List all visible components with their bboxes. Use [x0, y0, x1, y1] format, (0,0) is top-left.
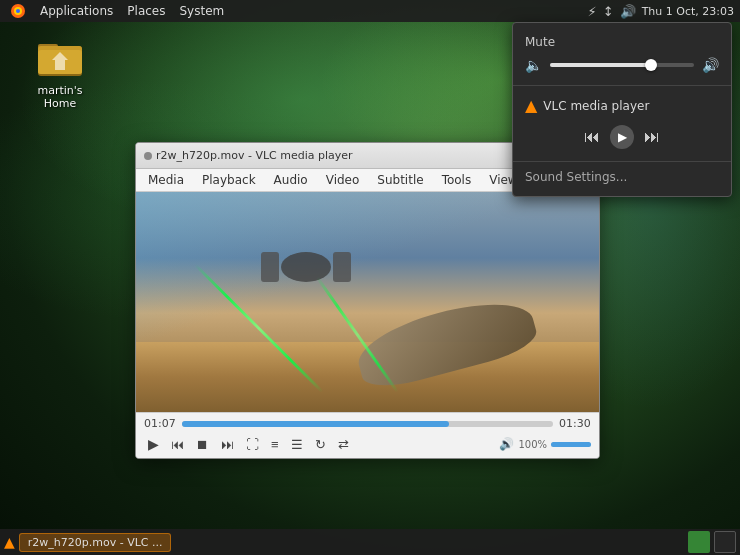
- next-track-button[interactable]: ⏭: [642, 126, 662, 148]
- vlc-window-title: r2w_h720p.mov - VLC media player: [152, 149, 541, 162]
- svg-point-2: [16, 9, 20, 13]
- desktop: Applications Places System ⚡ ↕ 🔊 Thu 1 O…: [0, 0, 740, 555]
- vlc-shuffle-btn[interactable]: ⇄: [334, 435, 353, 454]
- prev-track-button[interactable]: ⏮: [582, 126, 602, 148]
- vlc-volume-icon: 🔊: [499, 437, 514, 451]
- vlc-playlist-btn[interactable]: ☰: [287, 435, 307, 454]
- play-pause-button[interactable]: ▶: [610, 125, 634, 149]
- vlc-menu-media[interactable]: Media: [140, 171, 192, 189]
- progress-row: 01:07 01:30: [144, 417, 591, 430]
- progress-fill: [182, 421, 449, 427]
- volume-row: 🔈 🔊: [513, 53, 731, 81]
- volume-max-icon: 🔊: [702, 57, 719, 73]
- tiefighter-shape: [281, 252, 331, 282]
- controls-row: ▶ ⏮ ⏹ ⏭ ⛶ ≡ ☰ ↻ ⇄ 🔊 100%: [144, 434, 591, 454]
- taskbar-bottom: ▲ r2w_h720p.mov - VLC ...: [0, 529, 740, 555]
- taskbar-app-label: r2w_h720p.mov - VLC ...: [28, 536, 163, 549]
- vlc-menu-audio[interactable]: Audio: [266, 171, 316, 189]
- taskbar-icon-1[interactable]: [688, 531, 710, 553]
- vlc-prev-btn[interactable]: ⏮: [167, 435, 188, 454]
- places-menu[interactable]: Places: [121, 2, 171, 20]
- volume-icon[interactable]: 🔊: [620, 4, 636, 19]
- vlc-app-label: VLC media player: [543, 99, 649, 113]
- vlc-eq-btn[interactable]: ≡: [267, 435, 283, 454]
- current-time: 01:07: [144, 417, 176, 430]
- volume-min-icon: 🔈: [525, 57, 542, 73]
- vlc-vol-fill: [551, 442, 591, 447]
- applications-menu[interactable]: Applications: [34, 2, 119, 20]
- popup-divider-2: [513, 161, 731, 162]
- vlc-stop-btn[interactable]: ⏹: [192, 435, 213, 454]
- vlc-menu-tools[interactable]: Tools: [434, 171, 480, 189]
- network-icon[interactable]: ↕: [603, 4, 614, 19]
- taskbar-firefox-icon[interactable]: [4, 1, 32, 21]
- bluetooth-icon[interactable]: ⚡: [588, 4, 597, 19]
- vlc-play-btn[interactable]: ▶: [144, 434, 163, 454]
- vlc-volume-bar[interactable]: [551, 442, 591, 447]
- vlc-window-dot: [144, 152, 152, 160]
- mute-label: Mute: [525, 35, 555, 49]
- vlc-volume-pct: 100%: [518, 439, 547, 450]
- vlc-menu-video[interactable]: Video: [318, 171, 368, 189]
- vlc-row: ▲ VLC media player: [513, 90, 731, 121]
- vlc-next-btn[interactable]: ⏭: [217, 435, 238, 454]
- datetime-label: Thu 1 Oct, 23:03: [642, 5, 734, 18]
- volume-fill: [550, 63, 651, 67]
- folder-icon: [36, 32, 84, 80]
- taskbar-right-area: ⚡ ↕ 🔊 Thu 1 Oct, 23:03: [588, 4, 740, 19]
- vlc-fullscreen-btn[interactable]: ⛶: [242, 435, 263, 454]
- volume-slider[interactable]: [550, 63, 694, 67]
- svg-rect-8: [55, 60, 65, 70]
- system-menu[interactable]: System: [173, 2, 230, 20]
- taskbar-vlc-icon: ▲: [4, 534, 15, 550]
- media-controls: ⏮ ▶ ⏭: [513, 121, 731, 157]
- vlc-video-area: [136, 192, 599, 412]
- sound-popup: Mute 🔈 🔊 ▲ VLC media player ⏮ ▶ ⏭: [512, 22, 732, 197]
- vlc-cone-icon: ▲: [525, 96, 537, 115]
- volume-thumb[interactable]: [645, 59, 657, 71]
- vlc-menu-subtitle[interactable]: Subtitle: [369, 171, 431, 189]
- taskbar-vlc-app-btn[interactable]: r2w_h720p.mov - VLC ...: [19, 533, 172, 552]
- progress-bar[interactable]: [182, 421, 553, 427]
- volume-slider-area[interactable]: [550, 63, 694, 67]
- taskbar-icon-2[interactable]: [714, 531, 736, 553]
- sound-settings-link[interactable]: Sound Settings...: [513, 166, 731, 188]
- home-icon-label: martin's Home: [20, 84, 100, 110]
- vlc-menu-playback[interactable]: Playback: [194, 171, 264, 189]
- popup-divider-1: [513, 85, 731, 86]
- volume-area: 🔊 100%: [499, 437, 591, 451]
- vlc-controls: 01:07 01:30 ▶ ⏮ ⏹ ⏭ ⛶ ≡ ☰ ↻ ⇄ 🔊 100%: [136, 412, 599, 458]
- total-time: 01:30: [559, 417, 591, 430]
- taskbar-right-icons: [688, 531, 736, 553]
- desktop-home-icon[interactable]: martin's Home: [20, 32, 100, 110]
- taskbar-top: Applications Places System ⚡ ↕ 🔊 Thu 1 O…: [0, 0, 740, 22]
- vlc-loop-btn[interactable]: ↻: [311, 435, 330, 454]
